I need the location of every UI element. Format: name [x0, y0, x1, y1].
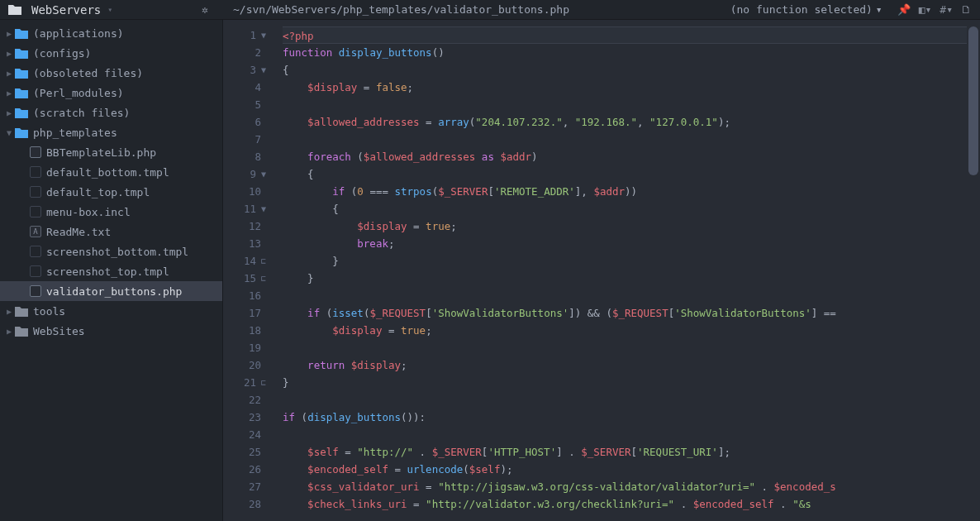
file-icon: [30, 226, 41, 237]
code-line[interactable]: $allowed_addresses = array("204.107.232.…: [283, 113, 967, 131]
fold-marker-icon[interactable]: ▼: [261, 26, 266, 44]
folder-icon: [15, 326, 28, 337]
code-line[interactable]: foreach ($allowed_addresses as $addr): [283, 148, 967, 165]
file-item[interactable]: default_top.tmpl: [0, 182, 222, 202]
code-line[interactable]: {: [283, 200, 967, 217]
code-line[interactable]: if (0 === strpos($_SERVER['REMOTE_ADDR']…: [283, 183, 967, 200]
code-line[interactable]: [283, 131, 967, 148]
counterparts-icon[interactable]: #▾: [940, 3, 953, 16]
folder-item[interactable]: ▶(obsoleted files): [0, 63, 222, 83]
line-number: 9▼: [223, 165, 266, 183]
tree-item-label: validator_buttons.php: [46, 285, 182, 298]
split-icon[interactable]: ◧▾: [919, 3, 932, 16]
file-item[interactable]: menu-box.incl: [0, 202, 222, 222]
disclosure-triangle-icon[interactable]: ▶: [7, 29, 15, 38]
file-item[interactable]: screenshot_top.tmpl: [0, 261, 222, 281]
line-number: 13: [223, 235, 266, 252]
code-editor[interactable]: 1▼23▼456789▼1011▼121314⊏15⊏161718192021⊏…: [223, 20, 980, 521]
line-number: 26: [223, 461, 266, 478]
project-selector[interactable]: WebServers ▾ ✲: [0, 3, 223, 17]
code-line[interactable]: $display = true;: [283, 217, 967, 235]
code-line[interactable]: if (isset($_REQUEST['ShowValidatorButton…: [283, 304, 967, 322]
line-number: 21⊏: [223, 374, 266, 391]
code-line[interactable]: if (display_buttons()):: [283, 409, 967, 426]
code-line[interactable]: [283, 426, 967, 443]
line-number: 23: [223, 409, 266, 426]
code-line[interactable]: $check_links_uri = "http://validator.w3.…: [283, 495, 967, 513]
folder-item[interactable]: ▶WebSites: [0, 321, 222, 341]
code-line[interactable]: }: [283, 270, 967, 287]
fold-marker-icon[interactable]: ⊏: [261, 270, 266, 287]
code-line[interactable]: [283, 96, 967, 113]
file-item[interactable]: BBTemplateLib.php: [0, 142, 222, 162]
pin-icon[interactable]: 📌: [897, 3, 911, 16]
disclosure-triangle-icon[interactable]: ▶: [7, 307, 15, 316]
new-file-icon[interactable]: 🗋: [961, 3, 972, 16]
scroll-thumb[interactable]: [968, 26, 978, 175]
tree-item-label: screenshot_top.tmpl: [46, 265, 169, 278]
disclosure-triangle-icon[interactable]: ▶: [7, 327, 15, 336]
line-number: 22: [223, 391, 266, 409]
folder-item[interactable]: ▶(Perl_modules): [0, 83, 222, 103]
folder-item[interactable]: ▶(scratch files): [0, 103, 222, 122]
fold-marker-icon[interactable]: ⊏: [261, 374, 266, 391]
line-number: 18: [223, 322, 266, 339]
code-line[interactable]: $encoded_self = urlencode($self);: [283, 461, 967, 478]
file-item[interactable]: default_bottom.tmpl: [0, 162, 222, 182]
code-line[interactable]: $display = false;: [283, 79, 967, 96]
function-selector[interactable]: (no function selected) ▾: [730, 3, 889, 16]
code-line[interactable]: <?php: [283, 26, 967, 44]
folder-icon: [15, 28, 28, 39]
folder-icon: [15, 48, 28, 59]
fold-marker-icon[interactable]: ⊏: [261, 252, 266, 270]
code-area[interactable]: <?phpfunction display_buttons(){ $displa…: [273, 20, 967, 521]
topbar: WebServers ▾ ✲ ~/svn/WebServers/php_temp…: [0, 0, 980, 20]
code-line[interactable]: [283, 391, 967, 409]
gear-icon[interactable]: ✲: [202, 3, 208, 16]
code-line[interactable]: [283, 287, 967, 304]
code-line[interactable]: }: [283, 252, 967, 270]
line-gutter: 1▼23▼456789▼1011▼121314⊏15⊏161718192021⊏…: [223, 20, 273, 521]
line-number: 20: [223, 356, 266, 374]
file-item[interactable]: screenshot_bottom.tmpl: [0, 241, 222, 261]
disclosure-triangle-icon[interactable]: ▶: [7, 69, 15, 78]
disclosure-triangle-icon[interactable]: ▼: [7, 128, 15, 137]
line-number: 15⊏: [223, 270, 266, 287]
code-line[interactable]: $css_validator_uri = "http://jigsaw.w3.o…: [283, 478, 967, 495]
folder-icon: [15, 127, 28, 138]
code-line[interactable]: }: [283, 374, 967, 391]
line-number: 11▼: [223, 200, 266, 217]
code-line[interactable]: function display_buttons(): [283, 44, 967, 61]
line-number: 14⊏: [223, 252, 266, 270]
fold-marker-icon[interactable]: ▼: [261, 165, 266, 183]
line-number: 16: [223, 287, 266, 304]
vertical-scrollbar[interactable]: [967, 20, 980, 521]
line-number: 27: [223, 478, 266, 495]
project-sidebar[interactable]: ▶(applications)▶(configs)▶(obsoleted fil…: [0, 20, 223, 521]
code-line[interactable]: {: [283, 61, 967, 79]
disclosure-triangle-icon[interactable]: ▶: [7, 49, 15, 58]
line-number: 7: [223, 131, 266, 148]
folder-item[interactable]: ▶tools: [0, 301, 222, 321]
disclosure-triangle-icon[interactable]: ▶: [7, 88, 15, 98]
fold-marker-icon[interactable]: ▼: [261, 200, 266, 217]
code-line[interactable]: [283, 339, 967, 356]
folder-item[interactable]: ▶(applications): [0, 23, 222, 43]
code-line[interactable]: break;: [283, 235, 967, 252]
tree-item-label: (scratch files): [33, 107, 130, 119]
file-icon: [30, 206, 41, 217]
file-item[interactable]: validator_buttons.php: [0, 281, 222, 301]
dropdown-arrow-icon: ▾: [107, 5, 112, 14]
folder-item[interactable]: ▶(configs): [0, 43, 222, 63]
code-line[interactable]: $display = true;: [283, 322, 967, 339]
disclosure-triangle-icon[interactable]: ▶: [7, 108, 15, 117]
code-line[interactable]: $self = "http://" . $_SERVER['HTTP_HOST'…: [283, 443, 967, 461]
fold-marker-icon[interactable]: ▼: [261, 61, 266, 79]
code-line[interactable]: return $display;: [283, 356, 967, 374]
tree-item-label: BBTemplateLib.php: [46, 146, 156, 159]
folder-icon: [15, 88, 28, 98]
file-icon: [30, 285, 41, 297]
code-line[interactable]: {: [283, 165, 967, 183]
folder-item[interactable]: ▼php_templates: [0, 122, 222, 142]
file-item[interactable]: ReadMe.txt: [0, 222, 222, 241]
